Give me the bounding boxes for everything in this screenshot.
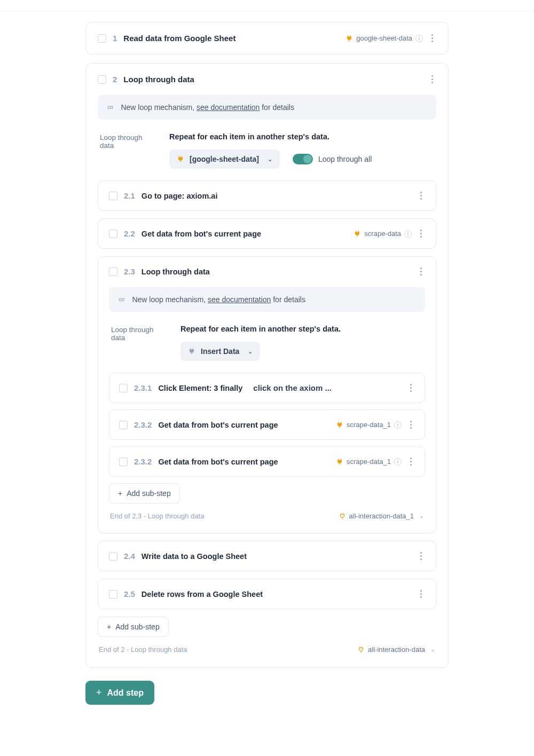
data-tag[interactable]: scrape-data_1 i [336,421,402,429]
info-icon[interactable]: i [404,230,412,238]
step-subtitle: click on the axiom ... [253,383,332,392]
menu-dots-icon[interactable] [417,265,425,278]
config-label: Loop through data [111,325,164,361]
info-icon[interactable]: i [394,458,402,466]
substep-2-2[interactable]: 2.2 Get data from bot's current page scr… [98,218,436,249]
footer-tag-label: all-interaction-data [368,645,425,653]
documentation-link[interactable]: see documentation [208,295,271,304]
data-tag[interactable]: scrape-data_1 i [336,458,402,466]
data-tag-label: scrape-data_1 [347,458,391,466]
step-title: Delete rows from a Google Sheet [142,590,263,598]
step-number: 2.5 [124,589,135,598]
step-title: Read data from Google Sheet [123,34,235,43]
step-title: Write data to a Google Sheet [142,552,247,561]
info-icon[interactable]: i [415,35,423,42]
step-number: 2.4 [124,552,135,561]
step-number: 2.3.1 [134,383,152,392]
info-banner: ∞ New loop mechanism, see documentation … [109,287,425,312]
step-2: 2 Loop through data ∞ New loop mechanism… [85,63,449,668]
step-title: Loop through data [123,75,194,84]
menu-dots-icon[interactable] [407,382,415,394]
loop-footer: End of 2.3 - Loop through data all-inter… [109,512,425,520]
step-number: 2.2 [124,229,135,238]
footer-data-tag[interactable]: all-interaction-data ⌄ [357,645,435,653]
substep-2-4[interactable]: 2.4 Write data to a Google Sheet [98,541,436,571]
checkbox[interactable] [109,230,117,238]
step-title: Loop through data [142,267,210,276]
substep-2-3-1[interactable]: 2.3.1 Click Element: 3 finally click on … [109,373,425,403]
plug-icon [345,35,353,42]
add-substep-label: Add sub-step [115,623,160,631]
add-substep-button[interactable]: + Add sub-step [109,483,180,503]
footer-left: End of 2.3 - Loop through data [110,512,204,520]
checkbox[interactable] [109,267,117,276]
step-number: 2.1 [124,191,135,200]
checkbox[interactable] [98,34,106,43]
add-substep-button[interactable]: + Add sub-step [98,617,169,637]
step-title: Get data from bot's current page [158,421,278,429]
data-tag-label: scrape-data_1 [347,421,391,429]
footer-tag-label: all-interaction-data_1 [349,512,414,520]
step-title: Go to page: axiom.ai [142,192,218,200]
checkbox[interactable] [98,75,106,84]
substep-2-5[interactable]: 2.5 Delete rows from a Google Sheet [98,579,436,609]
plus-icon: + [96,687,102,698]
config-heading: Repeat for each item in another step's d… [180,325,423,333]
toggle-label: Loop through all [318,155,372,163]
add-substep-label: Add sub-step [127,489,171,498]
checkbox[interactable] [109,552,117,561]
step-1[interactable]: 1 Read data from Google Sheet google-she… [85,22,449,54]
documentation-link[interactable]: see documentation [197,103,260,112]
step-number: 2 [113,75,117,84]
data-source-dropdown[interactable]: [google-sheet-data] ⌄ [169,149,280,169]
info-icon[interactable]: i [394,421,402,429]
step-header: 1 Read data from Google Sheet google-she… [98,32,436,44]
menu-dots-icon[interactable] [417,227,425,240]
plug-icon [357,646,365,653]
loop-config: Loop through data Repeat for each item i… [98,132,436,169]
banner-text: New loop mechanism, see documentation fo… [132,295,305,304]
plug-icon [188,348,195,355]
config-label: Loop through data [100,132,153,169]
banner-text: New loop mechanism, see documentation fo… [121,103,294,112]
plug-icon [339,513,346,520]
chevron-down-icon: ⌄ [268,156,272,163]
menu-dots-icon[interactable] [417,588,425,600]
chevron-down-icon: ⌄ [430,646,435,653]
substep-2-3-2b[interactable]: 2.3.2 Get data from bot's current page s… [109,446,425,477]
menu-dots-icon[interactable] [407,419,415,431]
menu-dots-icon[interactable] [428,32,436,44]
step-number: 2.3 [124,267,135,276]
loop-all-toggle[interactable] [293,154,313,164]
dropdown-value: Insert Data [201,347,239,356]
checkbox[interactable] [119,384,128,392]
plug-icon [336,458,343,466]
menu-dots-icon[interactable] [417,550,425,562]
substep-2-3-2a[interactable]: 2.3.2 Get data from bot's current page s… [109,410,425,440]
checkbox[interactable] [109,590,117,598]
checkbox[interactable] [119,458,128,466]
loop-footer: End of 2 - Loop through data all-interac… [98,645,436,653]
infinity-icon: ∞ [107,103,113,112]
footer-data-tag[interactable]: all-interaction-data_1 ⌄ [339,512,424,520]
substep-2-3: 2.3 Loop through data ∞ New loop mechani… [98,256,436,533]
data-tag[interactable]: scrape-data i [354,230,412,238]
dropdown-value: [google-sheet-data] [190,155,259,163]
plus-icon: + [118,489,122,498]
config-heading: Repeat for each item in another step's d… [169,132,434,141]
checkbox[interactable] [119,421,128,429]
loop-config: Loop through data Repeat for each item i… [109,325,425,361]
step-title: Get data from bot's current page [142,230,261,238]
data-tag[interactable]: google-sheet-data i [345,34,423,42]
data-tag-label: google-sheet-data [356,34,412,42]
data-source-dropdown[interactable]: Insert Data ⌄ [180,342,260,361]
menu-dots-icon[interactable] [407,455,415,468]
checkbox[interactable] [109,192,117,200]
add-step-button[interactable]: + Add step [85,681,154,705]
menu-dots-icon[interactable] [417,190,425,202]
footer-left: End of 2 - Loop through data [99,645,187,653]
substep-2-1[interactable]: 2.1 Go to page: axiom.ai [98,180,436,211]
plug-icon [336,421,343,429]
menu-dots-icon[interactable] [428,73,436,85]
add-step-label: Add step [107,688,144,698]
